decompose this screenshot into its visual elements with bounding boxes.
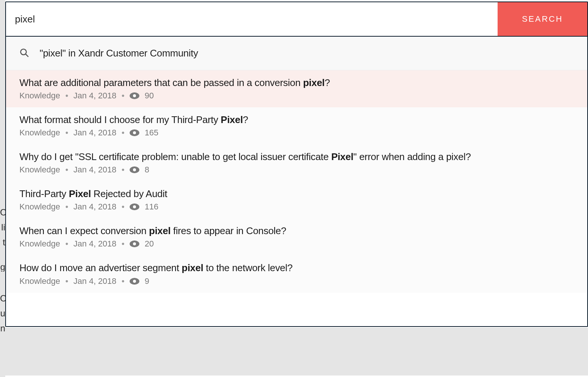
result-views: 165	[145, 128, 158, 138]
separator-dot: •	[65, 91, 68, 101]
separator-dot: •	[122, 239, 125, 249]
result-meta: Knowledge•Jan 4, 2018•165	[19, 128, 574, 138]
result-title: Third-Party Pixel Rejected by Audit	[19, 187, 574, 200]
svg-point-0	[21, 49, 26, 55]
search-results: What are additional parameters that can …	[6, 70, 587, 293]
result-category: Knowledge	[19, 239, 60, 249]
svg-point-7	[133, 168, 136, 171]
result-date: Jan 4, 2018	[74, 202, 117, 212]
result-meta: Knowledge•Jan 4, 2018•20	[19, 239, 574, 249]
result-date: Jan 4, 2018	[74, 165, 117, 175]
search-result[interactable]: How do I move an advertiser segment pixe…	[6, 255, 587, 292]
eye-icon	[130, 203, 139, 210]
background-glyph: C	[0, 294, 5, 303]
separator-dot: •	[122, 91, 125, 101]
separator-dot: •	[65, 276, 68, 286]
background-glyph: g	[0, 263, 5, 272]
svg-point-13	[133, 280, 136, 283]
result-date: Jan 4, 2018	[74, 239, 117, 249]
separator-dot: •	[122, 165, 125, 175]
background-glyph: u	[0, 309, 5, 318]
separator-dot: •	[122, 276, 125, 286]
stage: ClitgCun SEARCH "pixel" in Xandr Custome…	[0, 0, 588, 377]
svg-point-9	[133, 205, 136, 208]
result-title: When can I expect conversion pixel fires…	[19, 224, 574, 237]
search-input[interactable]	[6, 2, 498, 36]
result-views: 9	[145, 276, 149, 286]
eye-icon	[130, 278, 139, 285]
svg-line-1	[26, 54, 28, 56]
result-title: Why do I get "SSL certificate problem: u…	[19, 150, 574, 163]
separator-dot: •	[65, 128, 68, 138]
separator-dot: •	[65, 165, 68, 175]
result-views: 8	[145, 165, 149, 175]
result-category: Knowledge	[19, 91, 60, 101]
search-button[interactable]: SEARCH	[498, 2, 587, 36]
result-title: What format should I choose for my Third…	[19, 113, 574, 126]
result-meta: Knowledge•Jan 4, 2018•9	[19, 276, 574, 286]
search-result[interactable]: What are additional parameters that can …	[6, 70, 587, 107]
eye-icon	[130, 240, 139, 247]
separator-dot: •	[65, 202, 68, 212]
search-result[interactable]: When can I expect conversion pixel fires…	[6, 218, 587, 255]
search-result[interactable]: What format should I choose for my Third…	[6, 107, 587, 144]
result-meta: Knowledge•Jan 4, 2018•90	[19, 91, 574, 101]
background-glyph: li	[0, 223, 5, 232]
result-category: Knowledge	[19, 202, 60, 212]
result-title: What are additional parameters that can …	[19, 76, 574, 89]
result-category: Knowledge	[19, 128, 60, 138]
svg-point-11	[133, 242, 136, 245]
result-category: Knowledge	[19, 165, 60, 175]
result-date: Jan 4, 2018	[74, 276, 117, 286]
result-views: 20	[145, 239, 154, 249]
result-views: 90	[145, 91, 154, 101]
result-title: How do I move an advertiser segment pixe…	[19, 261, 574, 275]
background-glyph: n	[0, 324, 5, 333]
result-meta: Knowledge•Jan 4, 2018•116	[19, 202, 574, 212]
search-bar: SEARCH	[6, 2, 587, 37]
separator-dot: •	[122, 128, 125, 138]
eye-icon	[130, 92, 139, 99]
search-panel: SEARCH "pixel" in Xandr Customer Communi…	[5, 1, 588, 327]
background-glyph: t	[0, 238, 5, 247]
result-views: 116	[145, 202, 158, 212]
separator-dot: •	[122, 202, 125, 212]
search-result[interactable]: Third-Party Pixel Rejected by AuditKnowl…	[6, 181, 587, 218]
result-meta: Knowledge•Jan 4, 2018•8	[19, 165, 574, 175]
svg-point-5	[133, 131, 136, 134]
background-bottom-strip	[5, 328, 588, 376]
result-date: Jan 4, 2018	[74, 128, 117, 138]
separator-dot: •	[65, 239, 68, 249]
search-scope-text: "pixel" in Xandr Customer Community	[40, 47, 198, 59]
background-sliver: ClitgCun	[0, 0, 5, 377]
search-scope-row[interactable]: "pixel" in Xandr Customer Community	[6, 37, 587, 70]
result-category: Knowledge	[19, 276, 60, 286]
search-icon	[19, 48, 40, 59]
svg-point-3	[133, 94, 136, 97]
eye-icon	[130, 129, 139, 136]
result-date: Jan 4, 2018	[74, 91, 117, 101]
search-result[interactable]: Why do I get "SSL certificate problem: u…	[6, 144, 587, 181]
eye-icon	[130, 166, 139, 173]
background-glyph: C	[0, 208, 5, 217]
